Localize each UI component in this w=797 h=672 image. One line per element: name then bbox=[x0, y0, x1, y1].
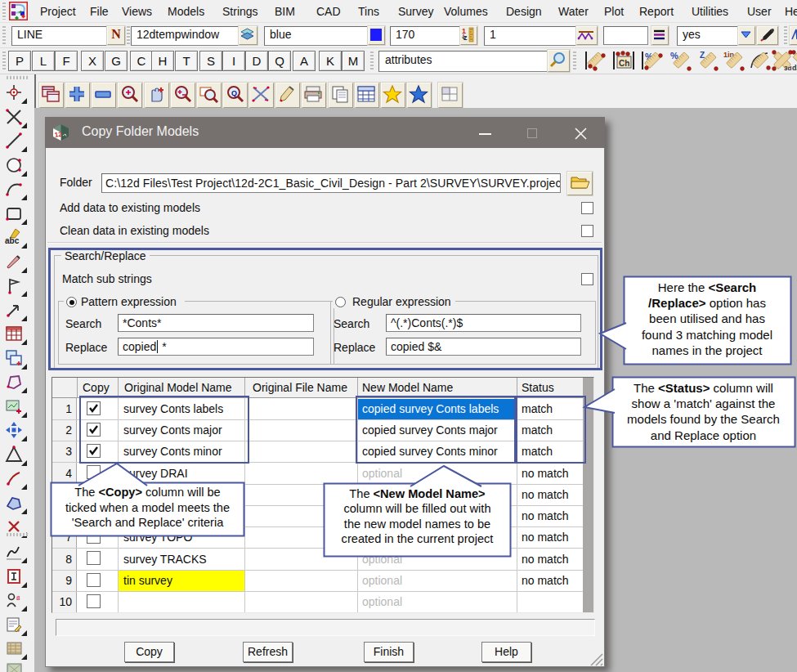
svg-text:Q: Q bbox=[231, 89, 237, 97]
svg-text:dZ: dZ bbox=[792, 64, 797, 72]
svg-text:Ch: Ch bbox=[619, 59, 629, 68]
svg-text:8: 8 bbox=[16, 594, 20, 602]
svg-text:12: 12 bbox=[54, 131, 63, 139]
svg-text:Z: Z bbox=[700, 51, 705, 60]
svg-text:abc: abc bbox=[5, 236, 20, 245]
